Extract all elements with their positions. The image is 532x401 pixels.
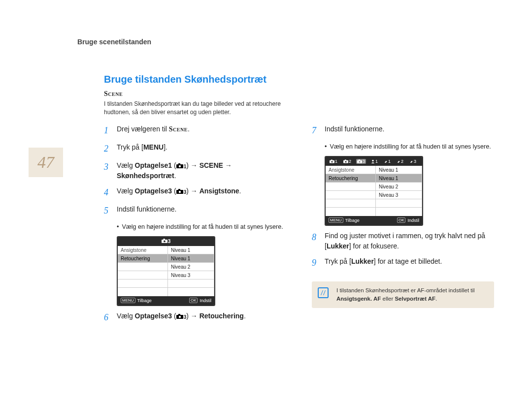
lcd-row-value: Niveau 1 [376, 166, 422, 174]
svg-point-5 [178, 191, 180, 193]
camera-icon: 1 [176, 163, 187, 170]
svg-point-11 [178, 316, 180, 318]
step-5-sub: •Vælg en højere indstilling for at få hu… [117, 222, 286, 231]
lcd-row-value-selected: Niveau 1 [168, 254, 214, 263]
step-number: 5 [104, 204, 111, 217]
lcd-row-value-selected: Niveau 1 [376, 174, 422, 183]
step-number: 7 [312, 124, 319, 137]
lcd-tab: 2 [342, 159, 352, 164]
lcd-tab: 1 [383, 159, 392, 164]
step-8: 8 Find og juster motivet i rammen, og tr… [312, 231, 494, 251]
lcd-row-value: Niveau 2 [168, 263, 214, 271]
lcd-bottom-bar: MENUTilbage OKIndstil [326, 216, 422, 225]
camera-menu-screenshot-1: 3 Ansigtstone Niveau 1 Retouchering Nive… [117, 236, 215, 306]
lcd-row-label: Retouchering [326, 174, 376, 183]
camera-icon: 3 [162, 239, 171, 244]
step-7-sub: •Vælg en højere indstilling for at få hu… [325, 142, 494, 151]
info-icon [318, 287, 329, 298]
step-number: 8 [312, 231, 319, 251]
svg-rect-19 [359, 159, 360, 160]
set-label: Indstil [407, 218, 419, 223]
step-9: 9 Tryk på [Lukker] for at tage et billed… [312, 256, 494, 270]
camera-menu-screenshot-2: 1 2 3 1 1 2 3 Ansigtstone Niveau 1 Retou… [325, 156, 423, 226]
svg-rect-16 [345, 159, 346, 160]
step-number: 4 [104, 186, 111, 199]
menu-keycap: MENU [121, 298, 135, 303]
section-header: Bruge scenetilstanden [77, 38, 151, 46]
step-6: 6 Vælg Optagelse3 (3) → Retouchering. [104, 311, 286, 324]
step-7: 7 Indstil funktionerne. [312, 124, 494, 137]
step-number: 2 [104, 142, 111, 155]
svg-point-17 [345, 161, 346, 162]
intro-text: I tilstanden Skønhedsportræt kan du tage… [104, 100, 281, 117]
svg-point-20 [359, 161, 360, 162]
step-number: 9 [312, 256, 319, 270]
lcd-row-value: Niveau 2 [376, 183, 422, 191]
lcd-bottom-bar: MENUTilbage OKIndstil [118, 296, 214, 305]
camera-icon: 3 [176, 313, 187, 321]
svg-point-14 [331, 161, 332, 162]
back-label: Tilbage [345, 218, 360, 223]
camera-icon: 3 [176, 188, 187, 196]
lcd-row-value: Niveau 3 [376, 191, 422, 199]
lcd-tab: 2 [396, 159, 404, 164]
ok-keycap: OK [189, 298, 198, 303]
svg-point-2 [178, 165, 180, 167]
left-column: 1 Drej vælgeren til Scene. 2 Tryk på [ME… [104, 124, 286, 329]
svg-point-21 [372, 160, 374, 162]
right-column: 7 Indstil funktionerne. •Vælg en højere … [312, 124, 494, 329]
lcd-row-value: Niveau 1 [168, 246, 214, 254]
lcd-tab: 1 [329, 159, 338, 164]
set-label: Indstil [200, 298, 211, 303]
svg-rect-4 [178, 189, 180, 190]
scene-inline-label: Scene [169, 125, 188, 133]
scene-mode-label: Scene [104, 90, 508, 98]
lcd-tab: 1 [370, 159, 379, 164]
step-1: 1 Drej vælgeren til Scene. [104, 124, 286, 137]
step-3: 3 Vælg Optagelse1 (1) → SCENE → Skønheds… [104, 160, 286, 181]
lcd-row-label: Ansigtstone [326, 166, 376, 174]
lcd-tab-bar: 1 2 3 1 1 2 3 [326, 157, 422, 166]
lcd-tab: 3 [408, 159, 417, 164]
info-note: I tilstanden Skønhedsportræt er AF-områd… [312, 281, 494, 308]
page-title: Bruge tilstanden Skønhedsportræt [104, 74, 508, 85]
back-label: Tilbage [137, 298, 152, 303]
step-5: 5 Indstil funktionerne. [104, 204, 286, 217]
svg-rect-7 [163, 239, 165, 241]
svg-rect-10 [178, 314, 180, 315]
lcd-row-label: Retouchering [118, 254, 168, 263]
svg-rect-1 [178, 163, 180, 165]
step-number: 1 [104, 124, 111, 137]
svg-rect-13 [331, 159, 332, 160]
svg-point-8 [164, 241, 166, 243]
lcd-row-value: Niveau 3 [168, 271, 214, 279]
lcd-row-label: Ansigtstone [118, 246, 168, 254]
page-number: 47 [29, 148, 63, 177]
step-number: 6 [104, 311, 111, 324]
lcd-top-bar: 3 [118, 237, 214, 246]
ok-keycap: OK [397, 217, 406, 223]
step-text: Drej vælgeren til [117, 125, 169, 133]
menu-key-label: MENU [143, 143, 164, 151]
menu-keycap: MENU [329, 217, 343, 223]
content-area: Bruge tilstanden Skønhedsportræt Scene I… [104, 74, 508, 329]
shutter-key-label: Lukker [351, 257, 374, 265]
lcd-tab-active: 3 [356, 159, 366, 164]
step-number: 3 [104, 160, 111, 181]
step-4: 4 Vælg Optagelse3 (3) → Ansigtstone. [104, 186, 286, 199]
step-2: 2 Tryk på [MENU]. [104, 142, 286, 155]
shutter-key-label: Lukker [327, 242, 349, 250]
